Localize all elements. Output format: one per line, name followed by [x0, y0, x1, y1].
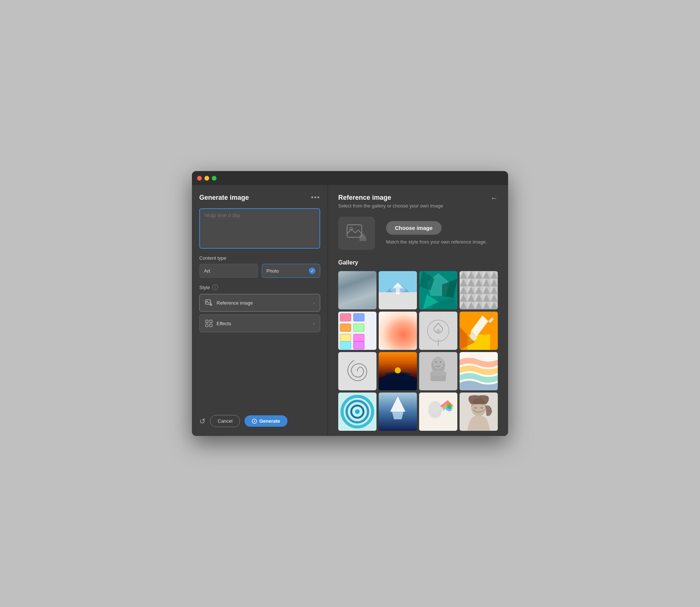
gallery-title: Gallery: [338, 259, 498, 266]
gallery-item[interactable]: [379, 312, 417, 350]
svg-rect-25: [354, 313, 364, 321]
iceberg-image: [379, 393, 417, 431]
minimize-button[interactable]: [204, 176, 209, 181]
svg-point-46: [430, 370, 447, 377]
svg-rect-4: [206, 324, 208, 327]
gallery-wrapper: [338, 271, 498, 431]
image-upload-placeholder: [338, 217, 375, 250]
reference-image-label: Reference image: [217, 300, 313, 306]
cancel-button[interactable]: Cancel: [210, 415, 240, 427]
teal-poly-image: [419, 271, 457, 309]
right-header: Reference image Select from the gallery …: [338, 194, 498, 209]
content-type-photo-button[interactable]: Photo ✓: [262, 264, 321, 278]
style-section: Style i Reference image ›: [199, 284, 320, 335]
gallery-item[interactable]: [460, 393, 498, 431]
sunset-image: [379, 352, 417, 390]
photo-label: Photo: [267, 268, 279, 274]
svg-point-41: [395, 368, 401, 374]
reference-image-icon: [205, 299, 213, 307]
waves-image: [460, 352, 498, 390]
close-button[interactable]: [197, 176, 202, 181]
generate-label: Generate: [259, 418, 280, 424]
svg-rect-30: [340, 341, 351, 349]
svg-rect-22: [460, 271, 498, 309]
panel-title: Generate image: [199, 194, 249, 202]
svg-point-12: [390, 287, 406, 293]
panel-header: Generate image •••: [199, 194, 320, 202]
gallery-item[interactable]: [460, 312, 498, 350]
svg-point-64: [480, 407, 483, 409]
svg-point-9: [363, 238, 364, 239]
right-subtitle: Select from the gallery or choose your o…: [338, 203, 443, 209]
svg-rect-11: [379, 292, 417, 309]
photo-selected-icon: ✓: [309, 267, 315, 274]
svg-rect-3: [210, 320, 212, 323]
art-label: Art: [204, 268, 210, 274]
bust-image: [419, 352, 457, 390]
paint-brush-image: [460, 312, 498, 350]
gallery-item[interactable]: [460, 352, 498, 390]
svg-rect-28: [340, 334, 351, 342]
prompt-input[interactable]: [199, 208, 320, 249]
reset-button[interactable]: ↺: [199, 417, 206, 426]
traffic-lights: [197, 176, 217, 181]
gallery-item[interactable]: [460, 271, 498, 309]
more-options-button[interactable]: •••: [311, 194, 320, 202]
upload-placeholder-icon: [346, 224, 367, 242]
gallery-item[interactable]: [338, 393, 376, 431]
gallery-item[interactable]: [379, 271, 417, 309]
bottom-actions: ↺ Cancel Generate: [199, 415, 320, 427]
right-panel: Reference image Select from the gallery …: [328, 185, 508, 436]
sketch-rose-image: [419, 312, 457, 350]
choose-section: Choose image Match the style from your o…: [338, 217, 498, 250]
gallery-item[interactable]: [419, 312, 457, 350]
reference-image-arrow-icon: ›: [313, 300, 315, 306]
generate-icon: [252, 419, 257, 424]
triangles-image: [460, 271, 498, 309]
svg-rect-31: [354, 341, 364, 349]
cassettes-image: [338, 312, 376, 350]
gallery-item[interactable]: [419, 271, 457, 309]
effects-icon: [205, 319, 213, 327]
style-info-icon[interactable]: i: [212, 284, 218, 290]
svg-point-54: [355, 409, 360, 414]
gallery-item[interactable]: [419, 393, 457, 431]
portrait-image: [460, 393, 498, 431]
gallery-item[interactable]: [338, 352, 376, 390]
svg-rect-5: [210, 324, 212, 327]
rainbow-bust-image: [419, 393, 457, 431]
gallery-item[interactable]: [338, 271, 376, 309]
gallery-grid: [338, 271, 498, 431]
svg-point-48: [440, 361, 441, 363]
content-type-art-button[interactable]: Art: [199, 264, 258, 278]
content-type-section: Content type Art Photo ✓: [199, 255, 320, 278]
gallery-item[interactable]: [379, 393, 417, 431]
gallery-item[interactable]: [338, 312, 376, 350]
choose-image-button[interactable]: Choose image: [386, 221, 442, 235]
right-header-text: Reference image Select from the gallery …: [338, 194, 443, 209]
content-type-row: Art Photo ✓: [199, 264, 320, 278]
gallery-item[interactable]: [419, 352, 457, 390]
choose-desc: Match the style from your own reference …: [386, 238, 487, 246]
svg-point-60: [430, 401, 440, 413]
content-area: Generate image ••• Content type Art Phot…: [192, 185, 508, 436]
swirl-image: [338, 393, 376, 431]
svg-rect-2: [206, 320, 208, 323]
svg-rect-0: [206, 300, 211, 304]
svg-point-34: [436, 329, 440, 333]
svg-rect-29: [354, 334, 364, 342]
style-label: Style: [199, 285, 210, 290]
svg-point-44: [433, 356, 443, 369]
gallery-item[interactable]: [379, 352, 417, 390]
style-effects-item[interactable]: Effects ›: [199, 315, 320, 332]
plane-image: [379, 271, 417, 309]
style-header: Style i: [199, 284, 320, 290]
effects-arrow-icon: ›: [313, 320, 315, 326]
titlebar: [192, 171, 508, 185]
style-reference-image-item[interactable]: Reference image ›: [199, 294, 320, 312]
main-window: Generate image ••• Content type Art Phot…: [192, 171, 508, 436]
back-button[interactable]: ←: [490, 194, 498, 202]
generate-button[interactable]: Generate: [244, 415, 287, 427]
choose-info: Choose image Match the style from your o…: [386, 221, 487, 246]
maximize-button[interactable]: [212, 176, 217, 181]
